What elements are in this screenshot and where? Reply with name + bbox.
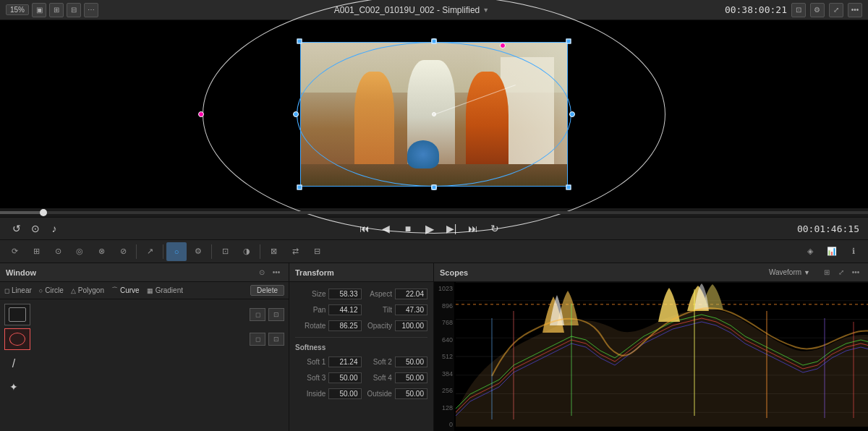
shape-ctrl-2[interactable]: ⊡ bbox=[268, 308, 284, 321]
tool-txt[interactable]: ⊘ bbox=[113, 242, 133, 261]
rotate-left-btn[interactable]: ↺ bbox=[9, 221, 25, 236]
bbox-tr[interactable] bbox=[566, 39, 571, 44]
window-panel-icons: ⊙ ••• bbox=[255, 266, 283, 279]
tool-graph[interactable]: 📊 bbox=[822, 242, 842, 261]
pen-tool-btn[interactable]: / bbox=[4, 354, 23, 373]
tab-circle-label: Circle bbox=[45, 286, 64, 294]
tool-audio[interactable]: ⊟ bbox=[307, 242, 327, 261]
layout-c-btn[interactable]: ⊟ bbox=[67, 3, 81, 17]
handle-left[interactable] bbox=[293, 111, 299, 117]
window-minimize-btn[interactable]: ⊙ bbox=[255, 266, 268, 279]
layout-b-btn[interactable]: ⊞ bbox=[49, 3, 64, 17]
skip-start-btn[interactable]: ⏮ bbox=[357, 221, 373, 236]
bbox-br[interactable] bbox=[566, 185, 571, 190]
audio-btn[interactable]: ♪ bbox=[46, 221, 62, 236]
inside-value[interactable]: 50.00 bbox=[328, 388, 361, 399]
top-bar-left: 15% ▣ ⊞ ⊟ ⋯ bbox=[6, 3, 98, 17]
aspect-value[interactable]: 22.04 bbox=[395, 289, 427, 299]
pan-value[interactable]: 44.12 bbox=[328, 304, 361, 315]
tool-gear[interactable]: ⚙ bbox=[188, 242, 208, 261]
aspect-label: Aspect bbox=[362, 290, 395, 298]
tool-magic[interactable]: ⊙ bbox=[48, 242, 68, 261]
rect-thumbnail[interactable] bbox=[4, 304, 30, 325]
tool-overlay[interactable]: ⊠ bbox=[263, 242, 284, 261]
progress-track[interactable] bbox=[0, 211, 868, 214]
outside-value[interactable]: 50.00 bbox=[395, 388, 427, 399]
tab-linear[interactable]: ◻ Linear bbox=[4, 286, 32, 294]
bbox-bl[interactable] bbox=[297, 185, 302, 190]
tool-blur[interactable]: ◎ bbox=[69, 242, 90, 261]
settings-btn[interactable]: ⚙ bbox=[810, 3, 825, 17]
tool-grade[interactable]: ◑ bbox=[237, 242, 257, 261]
wf-label-256: 256 bbox=[435, 387, 453, 394]
tilt-value[interactable]: 47.30 bbox=[395, 304, 427, 315]
soft1-row: Soft 1 21.24 Soft 2 50.00 bbox=[295, 354, 427, 369]
tool-vfx[interactable]: ⊗ bbox=[91, 242, 111, 261]
play-btn[interactable]: ▶ bbox=[422, 221, 438, 236]
delete-btn[interactable]: Delete bbox=[250, 285, 284, 296]
soft4-value[interactable]: 50.00 bbox=[395, 372, 427, 383]
next-frame-btn[interactable]: ▶| bbox=[443, 221, 459, 236]
soft2-value[interactable]: 50.00 bbox=[395, 357, 427, 367]
rotate-value[interactable]: 86.25 bbox=[328, 320, 361, 331]
tool-ellipse[interactable]: ○ bbox=[166, 242, 187, 261]
opacity-value[interactable]: 100.00 bbox=[395, 320, 427, 331]
soft3-value[interactable]: 50.00 bbox=[328, 372, 361, 383]
zoom-level[interactable]: 15% bbox=[6, 4, 29, 15]
layout-d-btn[interactable]: ⋯ bbox=[84, 3, 98, 17]
transport-bar: ↺ ⊙ ♪ ⏮ ◀ ■ ▶ ▶| ⏭ ↻ 00:01:46:15 bbox=[0, 217, 868, 240]
shape-ctrl-4[interactable]: ⊡ bbox=[268, 333, 284, 346]
tab-circle[interactable]: ○ Circle bbox=[39, 286, 64, 294]
tool-crop[interactable]: ⊞ bbox=[26, 242, 46, 261]
handle-right[interactable] bbox=[569, 111, 575, 117]
tool-arrow[interactable]: ↗ bbox=[140, 242, 160, 261]
scopes-header: Scopes Waveform ▼ ⊞ ⤢ ••• bbox=[434, 263, 868, 282]
progress-thumb[interactable] bbox=[40, 209, 47, 216]
scopes-mode-dropdown[interactable]: Waveform ▼ bbox=[769, 268, 810, 276]
bbox-tl[interactable] bbox=[297, 39, 302, 44]
tool-transition[interactable]: ⇄ bbox=[285, 242, 305, 261]
bbox-tm[interactable] bbox=[432, 39, 437, 44]
shape-ctrl-3[interactable]: ◻ bbox=[250, 333, 265, 346]
pan-label: Pan bbox=[295, 306, 328, 314]
viewer-area bbox=[0, 20, 868, 208]
scopes-layout-btn[interactable]: ⊞ bbox=[820, 266, 833, 279]
more-btn[interactable]: ••• bbox=[848, 3, 862, 17]
stop-btn[interactable]: ■ bbox=[400, 221, 416, 236]
circle-thumbnail[interactable] bbox=[4, 328, 30, 350]
figure3 bbox=[466, 72, 509, 179]
tab-gradient[interactable]: ▦ Gradient bbox=[147, 286, 183, 294]
shape-controls-right-2: ◻ ⊡ bbox=[250, 333, 284, 346]
tab-curve[interactable]: ⌒ Curve bbox=[111, 286, 140, 295]
prev-frame-btn[interactable]: ◀ bbox=[378, 221, 394, 236]
center-transport-controls: ⏮ ◀ ■ ▶ ▶| ⏭ ↻ bbox=[357, 221, 503, 236]
tool-info[interactable]: ℹ bbox=[843, 242, 864, 261]
expand-btn[interactable]: ⤢ bbox=[829, 3, 843, 17]
handle-outer-right[interactable] bbox=[500, 43, 506, 48]
soft1-value[interactable]: 21.24 bbox=[328, 357, 361, 367]
bbox-bm[interactable] bbox=[432, 185, 437, 190]
node-tool-btn[interactable]: ✦ bbox=[4, 377, 23, 396]
handle-outer-left[interactable] bbox=[198, 111, 204, 117]
tab-polygon[interactable]: △ Polygon bbox=[71, 286, 104, 294]
progress-bar-area[interactable] bbox=[0, 208, 868, 217]
transform-divider bbox=[295, 337, 427, 338]
tool-fx[interactable]: ◈ bbox=[800, 242, 820, 261]
rotate-row: Rotate 86.25 Opacity 100.00 bbox=[295, 318, 427, 333]
loop-btn[interactable]: ↻ bbox=[487, 221, 503, 236]
layout-a-btn[interactable]: ▣ bbox=[32, 3, 46, 17]
monitor-btn[interactable]: ⊡ bbox=[791, 3, 806, 17]
shape-ctrl-1[interactable]: ◻ bbox=[250, 308, 265, 321]
skip-end-btn[interactable]: ⏭ bbox=[465, 221, 481, 236]
title-dropdown-icon[interactable]: ▼ bbox=[482, 7, 489, 14]
tool-camera[interactable]: ⊡ bbox=[215, 242, 235, 261]
window-more-btn[interactable]: ••• bbox=[270, 266, 283, 279]
size-value[interactable]: 58.33 bbox=[328, 289, 361, 299]
tool-transform[interactable]: ⟳ bbox=[4, 242, 25, 261]
size-row: Size 58.33 Aspect 22.04 bbox=[295, 286, 427, 301]
outside-label: Outside bbox=[362, 390, 395, 398]
viewer-settings-btn[interactable]: ⊙ bbox=[27, 221, 43, 236]
shape-row-2: ◻ ⊡ bbox=[4, 328, 284, 350]
scopes-more-btn[interactable]: ••• bbox=[849, 266, 862, 279]
scopes-expand-btn[interactable]: ⤢ bbox=[835, 266, 848, 279]
